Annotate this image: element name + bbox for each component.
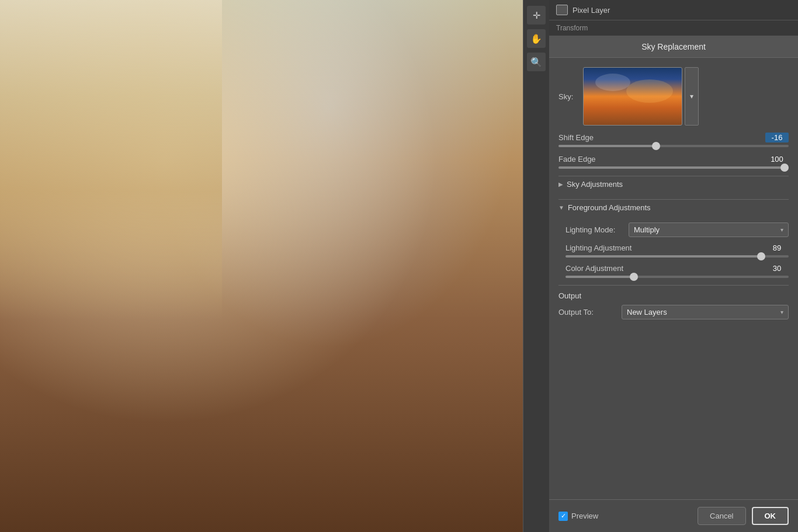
fade-edge-row: Fade Edge 100 bbox=[558, 154, 789, 169]
sky-adjustments-title: Sky Adjustments bbox=[567, 180, 623, 189]
sky-adjustments-chevron: ▶ bbox=[558, 181, 563, 187]
pixel-layer-icon bbox=[556, 5, 568, 15]
foreground-adjustments-chevron: ▼ bbox=[558, 204, 564, 211]
ok-button[interactable]: OK bbox=[752, 507, 789, 525]
preview-check: ✓ Preview bbox=[558, 512, 598, 521]
fade-edge-slider[interactable] bbox=[558, 166, 789, 169]
color-adjustment-row: Color Adjustment 30 bbox=[565, 263, 789, 278]
footer-buttons: Cancel OK bbox=[698, 507, 789, 525]
lighting-adjustment-header: Lighting Adjustment 89 bbox=[565, 243, 789, 253]
sky-thumbnail-container: ▾ bbox=[583, 67, 789, 126]
color-adjustment-header: Color Adjustment 30 bbox=[565, 263, 789, 273]
transform-bar: Transform bbox=[549, 20, 798, 36]
dialog-content: Sky: ▾ Shift Edge -16 Fade Edge 100 bbox=[549, 58, 798, 499]
preview-label: Preview bbox=[571, 512, 598, 520]
sky-thumbnail[interactable] bbox=[583, 67, 682, 126]
foreground-adjustments-title: Foreground Adjustments bbox=[568, 203, 651, 212]
lighting-adjustment-row: Lighting Adjustment 89 bbox=[565, 243, 789, 258]
shift-edge-row: Shift Edge -16 bbox=[558, 133, 789, 147]
lighting-mode-row: Lighting Mode: Multiply ▾ bbox=[565, 222, 789, 237]
sky-adjustments-section[interactable]: ▶ Sky Adjustments bbox=[558, 176, 789, 192]
dialog-footer: ✓ Preview Cancel OK bbox=[549, 499, 798, 532]
toolbar: ✛ ✋ 🔍 bbox=[523, 0, 549, 532]
lighting-adjustment-value: 89 bbox=[765, 243, 789, 253]
shift-edge-header: Shift Edge -16 bbox=[558, 133, 789, 142]
fade-edge-header: Fade Edge 100 bbox=[558, 154, 789, 164]
cancel-button[interactable]: Cancel bbox=[698, 507, 745, 525]
output-to-arrow: ▾ bbox=[780, 309, 783, 315]
fade-edge-label: Fade Edge bbox=[558, 155, 596, 164]
dialog-title: Sky Replacement bbox=[549, 36, 798, 58]
color-adjustment-slider[interactable] bbox=[565, 276, 789, 278]
transform-label: Transform bbox=[556, 24, 588, 32]
layer-name: Pixel Layer bbox=[573, 6, 610, 15]
foreground-sub-section: Lighting Mode: Multiply ▾ Lighting Adjus… bbox=[558, 222, 789, 278]
shift-edge-value: -16 bbox=[765, 133, 789, 142]
hand-tool[interactable]: ✋ bbox=[527, 29, 546, 48]
lighting-mode-label: Lighting Mode: bbox=[565, 225, 624, 234]
layer-bar: Pixel Layer bbox=[549, 0, 798, 20]
fade-edge-value: 100 bbox=[765, 154, 789, 164]
sky-replacement-dialog: Sky Replacement Sky: ▾ Shift Edge -16 bbox=[549, 36, 798, 532]
lighting-adjustment-slider[interactable] bbox=[565, 255, 789, 258]
sky-overlay bbox=[0, 0, 222, 319]
right-panel: Pixel Layer Transform Sky Replacement Sk… bbox=[549, 0, 798, 532]
output-title: Output bbox=[558, 291, 789, 300]
output-to-value: New Layers bbox=[627, 308, 667, 317]
sky-dropdown-button[interactable]: ▾ bbox=[685, 67, 699, 126]
lighting-mode-value: Multiply bbox=[634, 225, 660, 234]
output-to-dropdown[interactable]: New Layers ▾ bbox=[622, 305, 789, 319]
output-to-row: Output To: New Layers ▾ bbox=[558, 305, 789, 319]
canvas-image bbox=[0, 0, 549, 532]
color-adjustment-label: Color Adjustment bbox=[565, 264, 623, 273]
shift-edge-slider[interactable] bbox=[558, 145, 789, 147]
preview-checkbox[interactable]: ✓ bbox=[558, 512, 568, 521]
sky-row: Sky: ▾ bbox=[558, 67, 789, 126]
lighting-adjustment-label: Lighting Adjustment bbox=[565, 244, 632, 252]
lighting-mode-arrow: ▾ bbox=[780, 227, 783, 233]
lighting-mode-dropdown[interactable]: Multiply ▾ bbox=[629, 222, 789, 237]
output-to-label: Output To: bbox=[558, 308, 617, 317]
foreground-adjustments-section[interactable]: ▼ Foreground Adjustments bbox=[558, 199, 789, 215]
canvas-area: ✛ ✋ 🔍 bbox=[0, 0, 549, 532]
sky-label: Sky: bbox=[558, 92, 576, 101]
color-adjustment-value: 30 bbox=[765, 263, 789, 273]
move-tool[interactable]: ✛ bbox=[527, 6, 546, 25]
zoom-tool[interactable]: 🔍 bbox=[527, 53, 546, 71]
shift-edge-label: Shift Edge bbox=[558, 133, 594, 142]
output-section: Output Output To: New Layers ▾ bbox=[558, 285, 789, 319]
